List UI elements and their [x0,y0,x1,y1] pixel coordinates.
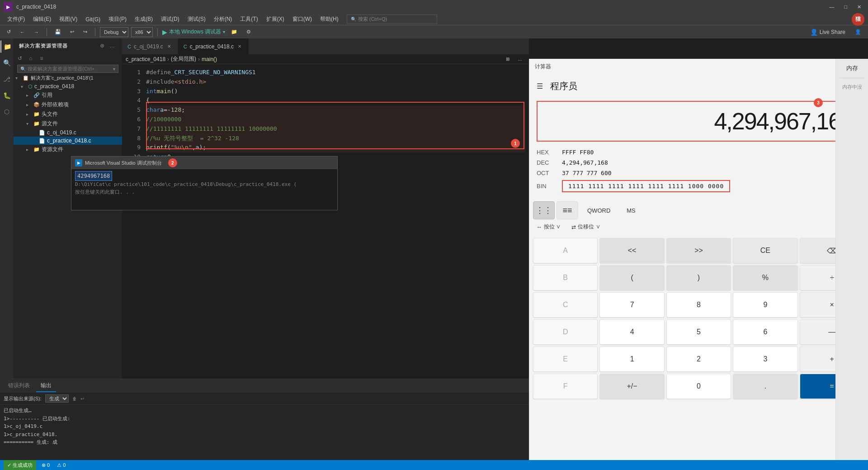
tree-resources[interactable]: ▸ 📁 资源文件 [14,145,122,154]
calc-key-negate[interactable]: +/− [599,374,664,399]
menu-help[interactable]: 帮助(H) [316,14,342,24]
platform-select[interactable]: x86 [131,27,153,37]
calc-key-rparen[interactable]: ) [666,265,731,290]
calc-key-E[interactable]: E [533,347,598,372]
sidebar-filter-btn[interactable]: ≡ [37,54,46,63]
calc-ms-btn[interactable]: MS [619,201,643,219]
liveshare-label: Live Share [820,29,845,35]
tab-close-practice[interactable]: ✕ [236,43,243,50]
calc-grid-mode-btn[interactable]: ⋮⋮ [533,201,555,219]
tree-project[interactable]: ▾ ⬡ c_practice_0418 [14,82,122,90]
breadcrumb-scope[interactable]: (全局范围) [171,55,196,63]
tree-references[interactable]: ▸ 🔗 引用 [14,90,122,100]
editor-split-btn[interactable]: ⊞ [503,55,513,63]
tree-file-oj[interactable]: ▸ 📄 c_oj_0419.c [14,128,122,137]
sidebar-more-btn[interactable]: … [108,41,117,50]
tab-close-oj[interactable]: ✕ [166,43,172,50]
liveshare-button[interactable]: 👤 Live Share [807,28,849,37]
calc-key-9[interactable]: 9 [733,292,797,318]
calc-key-D[interactable]: D [533,319,598,345]
calc-key-A[interactable]: A [533,238,598,263]
menu-analyze[interactable]: 分析(N) [210,14,236,24]
tree-solution[interactable]: ▾ 📋 解决方案'c_practice_0418'(1 [14,74,122,82]
menu-project[interactable]: 项目(P) [105,14,130,24]
calc-key-lparen[interactable]: ( [599,265,664,290]
calc-bitwise-btn[interactable]: ↔ 按位 ∨ [533,221,564,233]
activity-explorer[interactable]: 📁 [0,40,13,53]
toolbar-user-icon[interactable]: 👤 [852,28,864,36]
calc-bitshift-btn[interactable]: ⇄ 位移位 ∨ [568,221,604,233]
tab-error-list[interactable]: 错误列表 [4,380,34,392]
panel-clear-btn[interactable]: 🗑 [72,396,77,401]
menu-window[interactable]: 窗口(W) [289,14,316,24]
output-source-select[interactable]: 生成 [45,394,69,403]
menu-extensions[interactable]: 扩展(X) [263,14,288,24]
calc-key-F[interactable]: F [533,374,598,399]
sidebar-search-input[interactable] [28,66,111,71]
output-label: 显示输出来源(S): [4,395,42,402]
calc-key-8[interactable]: 8 [666,292,731,318]
menu-file[interactable]: 文件(F) [4,14,28,24]
calc-key-2[interactable]: 2 [666,347,731,372]
close-btn[interactable]: ✕ [854,3,864,11]
tree-external-deps[interactable]: ▸ 📦 外部依赖项 [14,100,122,109]
tree-source[interactable]: ▾ 📁 源文件 [14,119,122,128]
activity-extensions[interactable]: ⬡ [0,105,13,118]
run-button[interactable]: ▶ 本地 Windows 调试器 ▾ [162,28,225,36]
toolbar-undo[interactable]: ↩ [67,28,77,36]
editor-more-btn[interactable]: … [514,55,525,63]
sidebar-sync-btn[interactable]: ↺ [15,54,24,63]
maximize-btn[interactable]: □ [841,3,850,11]
build-status[interactable]: ✓ 生成成功 [4,460,36,470]
calc-list-mode-btn[interactable]: ≡≡ [557,201,578,219]
calc-key-3[interactable]: 3 [733,347,797,372]
calc-key-5[interactable]: 5 [666,319,731,345]
menu-test[interactable]: 测试(S) [184,14,209,24]
breadcrumb-file[interactable]: c_practice_0418 [126,56,165,62]
toolbar-save[interactable]: 💾 [52,28,64,36]
panel-wrap-btn[interactable]: ↩ [80,396,84,401]
calc-key-4[interactable]: 4 [599,319,664,345]
breadcrumb-symbol[interactable]: main() [202,56,217,62]
toolbar-refresh[interactable]: ↺ [4,28,14,36]
menu-tools[interactable]: 工具(T) [236,14,261,24]
minimize-btn[interactable]: — [826,3,837,11]
activity-git[interactable]: ⎇ [0,73,13,85]
tree-headers[interactable]: ▸ 📁 头文件 [14,109,122,119]
calc-key-percent[interactable]: % [733,265,797,290]
calc-key-0[interactable]: 0 [666,374,731,399]
menu-git[interactable]: Git(G) [82,15,104,24]
user-avatar[interactable]: 猫 [852,13,864,26]
calc-key-C[interactable]: C [533,292,598,318]
activity-debug[interactable]: 🐛 [0,89,13,102]
menu-build[interactable]: 生成(B) [131,14,156,24]
warning-count[interactable]: ⚠ 0 [55,462,67,468]
toolbar-open-folder[interactable]: 📁 [228,28,241,36]
toolbar-forward[interactable]: → [31,28,42,36]
calc-qword-btn[interactable]: QWORD [580,201,618,219]
calc-key-lshift[interactable]: << [599,238,664,263]
calc-key-rshift[interactable]: >> [666,238,731,263]
tab-practice[interactable]: C c_practice_0418.c ✕ [178,38,249,54]
calc-key-CE[interactable]: CE [733,238,797,263]
error-count[interactable]: ⊗ 0 [40,462,52,468]
menu-debug[interactable]: 调试(D) [157,14,183,24]
debug-config-select[interactable]: Debug [100,27,128,37]
menu-edit[interactable]: 编辑(E) [29,14,55,24]
menu-view[interactable]: 视图(V) [56,14,81,24]
toolbar-redo[interactable]: ↪ [80,28,90,36]
calc-key-dot[interactable]: . [733,374,797,399]
calc-key-7[interactable]: 7 [599,292,664,318]
calc-menu-icon[interactable]: ☰ [537,82,543,90]
calc-key-B[interactable]: B [533,265,598,290]
calc-key-1[interactable]: 1 [599,347,664,372]
toolbar-back[interactable]: ← [17,28,28,36]
toolbar-settings[interactable]: ⚙ [243,28,254,36]
calc-key-6[interactable]: 6 [733,319,797,345]
tab-oj[interactable]: C c_oj_0419.c ✕ [122,38,178,54]
activity-search[interactable]: 🔍 [0,57,13,69]
sidebar-home-btn[interactable]: ⌂ [26,54,35,63]
tab-output[interactable]: 输出 [36,380,56,392]
sidebar-collapse-btn[interactable]: ⊕ [98,41,107,50]
tree-file-practice[interactable]: ▸ 📄 c_practice_0418.c [14,137,122,145]
